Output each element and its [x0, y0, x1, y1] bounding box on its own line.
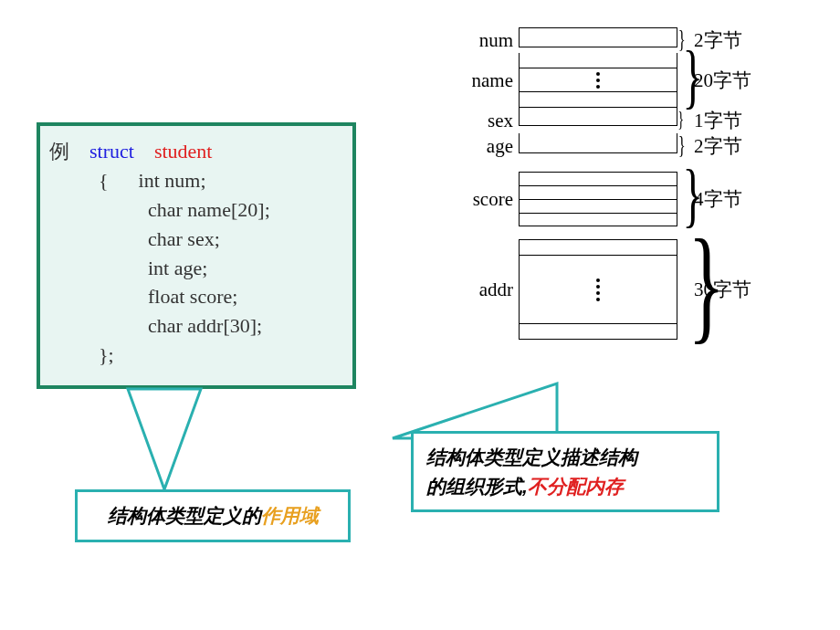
row-sex: sex 1字节	[449, 108, 796, 133]
row-gap	[449, 159, 796, 172]
cell-name	[519, 53, 677, 108]
callout-memory: 结构体类型定义描述结构 的组织形式,不分配内存	[411, 431, 719, 512]
callout-highlight: 不分配内存	[528, 476, 624, 497]
code-line-brace-open: { int num;	[49, 166, 343, 195]
code-field-name: char name[20];	[49, 195, 343, 225]
cell-num	[519, 27, 677, 47]
callout-text: 结构体类型定义的	[108, 505, 261, 526]
brace-open: {	[99, 169, 109, 192]
code-line-header: 例 struct student	[49, 137, 343, 166]
label-age: age	[449, 133, 519, 159]
label-name: name	[449, 53, 519, 108]
code-example-box: 例 struct student { int num; char name[20…	[37, 122, 356, 389]
callout-pointer-icon	[128, 389, 237, 489]
svg-marker-0	[128, 389, 201, 489]
row-gap	[449, 226, 796, 239]
code-field-age: int age;	[49, 254, 343, 283]
callout-text: 结构体类型定义描述结构	[426, 446, 637, 467]
callout-highlight: 作用域	[261, 505, 319, 526]
brace-icon	[677, 53, 692, 108]
callout-pointer-icon	[393, 383, 557, 438]
label-addr: addr	[449, 239, 519, 340]
memory-diagram: num 2字节 name 20字节 sex 1字节 age 2字节 score	[449, 27, 796, 340]
code-field-addr: char addr[30];	[49, 311, 343, 341]
row-age: age 2字节	[449, 133, 796, 159]
dots-icon	[596, 72, 600, 89]
struct-name: student	[154, 140, 213, 163]
label-score: score	[449, 172, 519, 226]
code-field-num: int num;	[139, 169, 206, 192]
cell-addr	[519, 239, 677, 340]
row-addr: addr 30字节	[449, 239, 796, 340]
dots-icon	[596, 278, 600, 301]
label-sex: sex	[449, 108, 519, 133]
row-num: num 2字节	[449, 27, 796, 53]
struct-keyword: struct	[89, 140, 134, 163]
cell-age	[519, 133, 677, 153]
code-field-sex: char sex;	[49, 225, 343, 254]
code-field-score: float score;	[49, 282, 343, 311]
brace-icon	[677, 239, 692, 340]
callout-scope: 结构体类型定义的作用域	[75, 489, 351, 542]
bytes-sex: 1字节	[692, 108, 763, 133]
cell-score	[519, 172, 677, 226]
cell-sex	[519, 108, 677, 126]
row-score: score 4字节	[449, 172, 796, 226]
code-line-brace-close: };	[49, 341, 343, 370]
label-num: num	[449, 27, 519, 53]
svg-marker-1	[393, 383, 557, 438]
row-name: name 20字节	[449, 53, 796, 108]
example-label: 例	[49, 140, 69, 163]
callout-text: 的组织形式,	[426, 476, 528, 497]
